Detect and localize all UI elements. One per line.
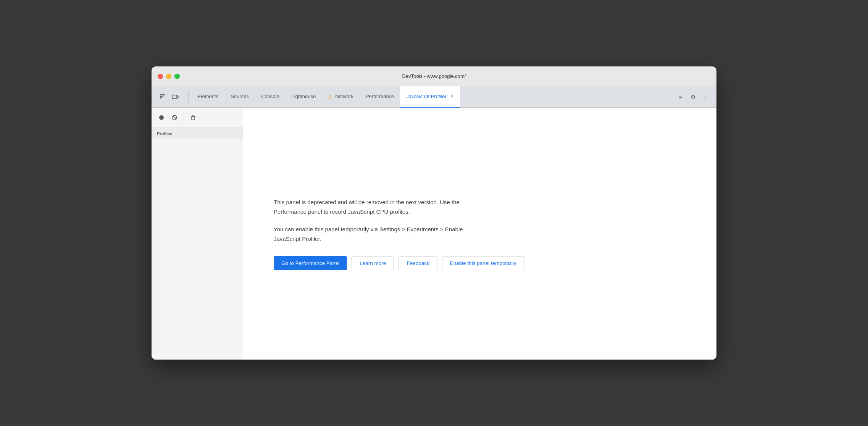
svg-point-8 bbox=[159, 115, 164, 120]
svg-rect-1 bbox=[162, 94, 163, 95]
tab-console[interactable]: Console bbox=[255, 86, 286, 108]
svg-rect-2 bbox=[160, 96, 161, 97]
enable-temporarily-button[interactable]: Enable this panel temporarily bbox=[442, 256, 524, 270]
tab-overflow-icon[interactable]: » bbox=[675, 92, 686, 102]
tab-right-actions: » ⚙ ⋮ bbox=[675, 92, 713, 102]
sidebar: Profiles bbox=[152, 108, 243, 360]
settings-icon[interactable]: ⚙ bbox=[687, 92, 698, 102]
tab-network[interactable]: ⚠ Network bbox=[322, 86, 360, 108]
tab-js-profiler[interactable]: JavaScript Profiler ✕ bbox=[400, 86, 460, 108]
tab-bar-divider bbox=[188, 91, 189, 103]
feedback-button[interactable]: Feedback bbox=[399, 256, 437, 270]
more-options-icon[interactable]: ⋮ bbox=[700, 92, 710, 102]
svg-rect-6 bbox=[172, 95, 177, 98]
learn-more-button[interactable]: Learn more bbox=[352, 256, 394, 270]
sidebar-divider bbox=[184, 114, 184, 121]
window-title: DevTools - www.google.com/ bbox=[402, 73, 466, 79]
svg-rect-4 bbox=[160, 97, 161, 98]
svg-rect-7 bbox=[177, 96, 178, 98]
main-area: Profiles This panel is deprecated and wi… bbox=[152, 108, 716, 360]
svg-rect-5 bbox=[163, 94, 165, 95]
record-button[interactable] bbox=[156, 112, 167, 123]
maximize-button[interactable] bbox=[174, 74, 180, 79]
title-bar: DevTools - www.google.com/ bbox=[152, 66, 716, 86]
sidebar-toolbar bbox=[152, 108, 243, 127]
close-tab-icon[interactable]: ✕ bbox=[450, 94, 454, 99]
devtools-window: DevTools - www.google.com/ bbox=[152, 66, 716, 360]
deprecation-actions: Go to Performance Panel Learn more Feedb… bbox=[274, 256, 617, 270]
svg-rect-0 bbox=[160, 94, 161, 95]
svg-rect-11 bbox=[192, 116, 195, 120]
content-panel: This panel is deprecated and will be rem… bbox=[243, 108, 716, 360]
deprecation-text-2: You can enable this panel temporarily vi… bbox=[274, 224, 617, 244]
go-to-performance-button[interactable]: Go to Performance Panel bbox=[274, 256, 347, 270]
tab-performance[interactable]: Performance bbox=[360, 86, 400, 108]
tab-elements[interactable]: Elements bbox=[192, 86, 224, 108]
sidebar-profiles-header: Profiles bbox=[152, 127, 243, 139]
stop-button[interactable] bbox=[169, 112, 180, 123]
tab-sources[interactable]: Sources bbox=[224, 86, 255, 108]
tab-bar: Elements Sources Console Lighthouse ⚠ Ne… bbox=[152, 86, 716, 108]
svg-line-10 bbox=[173, 116, 176, 119]
cursor-icon[interactable] bbox=[158, 92, 168, 102]
device-toggle-icon[interactable] bbox=[170, 92, 181, 102]
deprecation-text-1: This panel is deprecated and will be rem… bbox=[274, 197, 617, 217]
minimize-button[interactable] bbox=[166, 74, 171, 79]
delete-button[interactable] bbox=[188, 112, 198, 123]
network-warning-icon: ⚠ bbox=[328, 94, 333, 100]
deprecation-message: This panel is deprecated and will be rem… bbox=[274, 197, 617, 270]
close-button[interactable] bbox=[158, 74, 163, 79]
tab-lighthouse[interactable]: Lighthouse bbox=[286, 86, 322, 108]
traffic-lights bbox=[158, 74, 180, 79]
svg-rect-3 bbox=[162, 96, 163, 97]
toolbar-icons bbox=[155, 92, 184, 102]
